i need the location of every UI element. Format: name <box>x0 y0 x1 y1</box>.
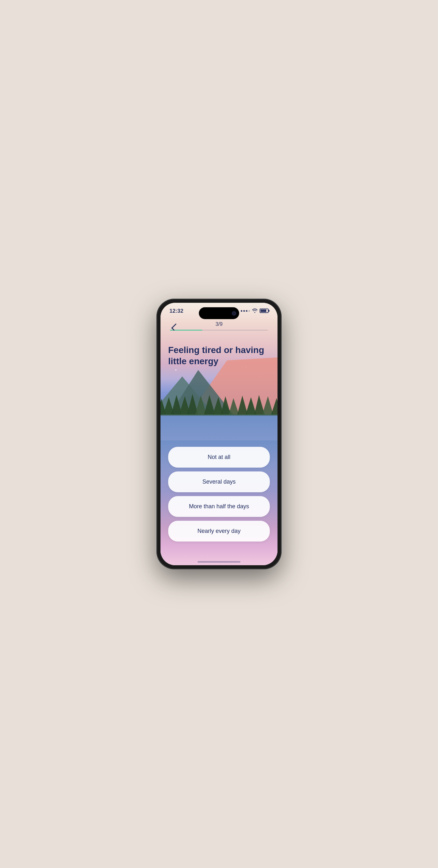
signal-icon <box>241 310 250 312</box>
phone-screen: 12:32 <box>161 303 277 565</box>
svg-point-0 <box>175 369 176 371</box>
camera-dot <box>232 311 236 315</box>
dynamic-island <box>199 307 239 319</box>
answer-several-days[interactable]: Several days <box>168 471 270 492</box>
back-button[interactable] <box>168 321 180 333</box>
question-title: Feeling tired or having little energy <box>168 344 270 367</box>
answer-not-at-all[interactable]: Not at all <box>168 447 270 468</box>
progress-bar-track <box>170 330 268 331</box>
status-time: 12:32 <box>169 308 183 314</box>
illustration-scene <box>161 357 277 440</box>
main-content: 3/9 Feeling tired or having little energ… <box>161 303 277 565</box>
answer-more-than-half[interactable]: More than half the days <box>168 496 270 517</box>
status-icons <box>241 308 269 313</box>
bottom-section: Not at all Several days More than half t… <box>161 440 277 565</box>
back-chevron-icon <box>171 323 179 331</box>
svg-rect-28 <box>161 416 277 440</box>
top-section: 3/9 Feeling tired or having little energ… <box>161 303 277 440</box>
battery-fill <box>261 310 266 312</box>
battery-icon <box>260 309 269 313</box>
svg-point-5 <box>185 379 186 380</box>
wifi-icon <box>252 309 258 313</box>
progress-label: 3/9 <box>215 321 223 327</box>
svg-rect-27 <box>161 414 277 416</box>
answer-nearly-every-day[interactable]: Nearly every day <box>168 521 270 541</box>
phone-frame: 12:32 <box>157 299 281 569</box>
home-indicator <box>198 561 240 563</box>
